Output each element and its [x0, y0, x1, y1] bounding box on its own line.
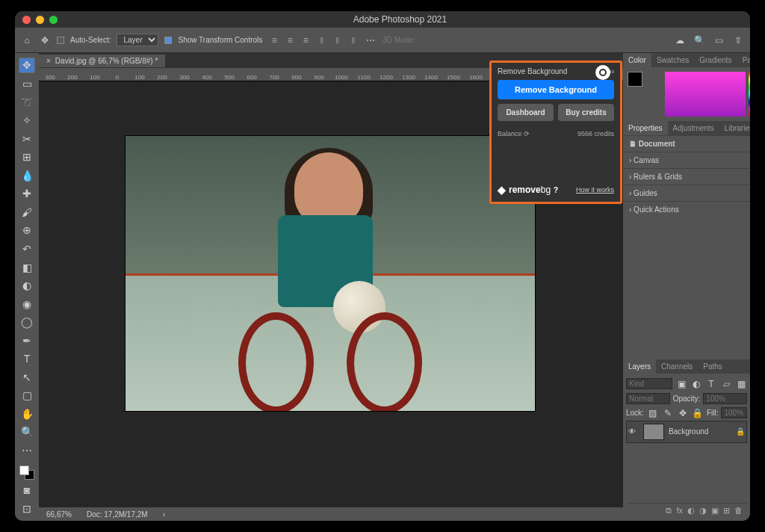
refresh-icon[interactable]: ⟳	[524, 130, 530, 137]
properties-tab[interactable]: Properties	[623, 121, 668, 135]
search-icon[interactable]: 🔍	[693, 34, 705, 46]
layers-tab[interactable]: Layers	[623, 359, 656, 374]
color-swatch[interactable]	[19, 466, 34, 480]
edit-toolbar[interactable]: ⋯	[19, 443, 35, 459]
color-tab[interactable]: Color	[623, 53, 651, 67]
fill-value[interactable]: 100%	[721, 407, 747, 418]
align-icon[interactable]: ≡	[284, 34, 296, 46]
align-icons[interactable]: ≡ ≡ ≡ ⫴ ⫴ ⫴	[268, 34, 359, 46]
align-icon[interactable]: ⫴	[347, 34, 359, 46]
stamp-tool[interactable]: ⊕	[19, 223, 35, 238]
gradients-tab[interactable]: Gradients	[694, 53, 737, 67]
hue-slider[interactable]	[749, 72, 750, 117]
color-picker[interactable]	[665, 72, 746, 117]
kind-filter[interactable]	[626, 378, 672, 389]
path-tool[interactable]: ↖	[19, 370, 35, 386]
filter-smart-icon[interactable]: ▦	[735, 378, 747, 390]
marquee-tool[interactable]: ▭	[19, 76, 35, 92]
quickmask-tool[interactable]: ◙	[19, 483, 35, 498]
dodge-tool[interactable]: ◯	[19, 315, 35, 330]
type-tool[interactable]: T	[19, 351, 35, 367]
maximize-window-button[interactable]	[49, 16, 58, 24]
wand-tool[interactable]: ✧	[19, 113, 35, 129]
align-icon[interactable]: ⫴	[331, 34, 343, 46]
eyedropper-tool[interactable]: 💧	[19, 168, 35, 184]
document-canvas[interactable]	[125, 135, 536, 412]
filter-adj-icon[interactable]: ◐	[690, 378, 702, 390]
more-icon[interactable]: ⋯	[365, 34, 377, 46]
close-tab-icon[interactable]: ×	[46, 57, 51, 65]
new-layer-icon[interactable]: ⊞	[723, 506, 730, 516]
auto-select-dropdown[interactable]: Layer	[117, 34, 158, 46]
lock-trans-icon[interactable]: ▨	[647, 407, 659, 419]
filter-image-icon[interactable]: ▣	[675, 378, 687, 390]
zoom-level[interactable]: 66,67%	[46, 510, 72, 519]
share-icon[interactable]: ⇧	[732, 34, 744, 46]
guides-section[interactable]: › Guides	[623, 185, 750, 201]
status-chevron-icon[interactable]: ›	[163, 510, 165, 519]
layer-row-background[interactable]: 👁 Background 🔒	[626, 421, 747, 443]
home-icon[interactable]: ⌂	[21, 34, 33, 46]
align-icon[interactable]: ≡	[300, 34, 312, 46]
plugin-dock-icon[interactable]	[595, 65, 610, 80]
shape-tool[interactable]: ▢	[19, 388, 35, 403]
lasso-tool[interactable]: ➰	[19, 94, 35, 110]
workspace-icon[interactable]: ▭	[713, 34, 725, 46]
quickactions-section[interactable]: › Quick Actions	[623, 201, 750, 217]
zoom-tool[interactable]: 🔍	[19, 424, 35, 440]
adjust-icon[interactable]: ◑	[699, 506, 707, 516]
close-window-button[interactable]	[22, 16, 31, 24]
fx-icon[interactable]: fx	[676, 506, 683, 516]
blur-tool[interactable]: ◉	[19, 296, 35, 312]
buy-credits-button[interactable]: Buy credits	[558, 104, 614, 121]
history-brush-tool[interactable]: ↶	[19, 241, 35, 257]
hand-tool[interactable]: ✋	[19, 406, 35, 422]
opacity-label: Opacity:	[673, 395, 701, 403]
lock-icon: 🔒	[736, 427, 745, 436]
foreground-swatch[interactable]	[628, 72, 642, 87]
filter-type-icon[interactable]: T	[705, 378, 717, 390]
dashboard-button[interactable]: Dashboard	[498, 104, 554, 121]
mask-icon[interactable]: ◐	[687, 506, 695, 516]
align-icon[interactable]: ⫴	[315, 34, 327, 46]
group-icon[interactable]: ▣	[711, 506, 719, 516]
remove-background-button[interactable]: Remove Background	[498, 80, 614, 99]
move-tool[interactable]: ✥	[19, 58, 35, 73]
help-icon[interactable]: ?	[554, 186, 558, 194]
lock-pixel-icon[interactable]: ✎	[662, 407, 674, 419]
document-tab[interactable]: × David.jpg @ 66,7% (RGB/8#) *	[39, 55, 165, 67]
blend-mode-select[interactable]: Normal	[626, 393, 670, 404]
rulers-section[interactable]: › Rulers & Grids	[623, 168, 750, 185]
gradient-tool[interactable]: ◐	[19, 278, 35, 294]
brush-tool[interactable]: 🖌	[19, 205, 35, 220]
filter-shape-icon[interactable]: ▱	[720, 378, 732, 390]
canvas-section[interactable]: › Canvas	[623, 152, 750, 168]
lock-label: Lock:	[626, 409, 644, 417]
screenmode-tool[interactable]: ⊡	[19, 501, 35, 517]
removebg-plugin-panel: Remove Background ›› Remove Background D…	[489, 61, 622, 204]
align-icon[interactable]: ≡	[268, 34, 280, 46]
channels-tab[interactable]: Channels	[656, 359, 698, 374]
patterns-tab[interactable]: Patterns	[737, 53, 750, 67]
eraser-tool[interactable]: ◧	[19, 259, 35, 275]
trash-icon[interactable]: 🗑	[734, 506, 743, 516]
lock-all-icon[interactable]: 🔒	[692, 407, 704, 419]
minimize-window-button[interactable]	[36, 16, 44, 24]
cloud-icon[interactable]: ☁	[674, 34, 686, 46]
heal-tool[interactable]: ✚	[19, 186, 35, 202]
show-transform-checkbox[interactable]	[164, 37, 172, 44]
adjustments-tab[interactable]: Adjustments	[668, 121, 719, 135]
paths-tab[interactable]: Paths	[698, 359, 728, 374]
frame-tool[interactable]: ⊞	[19, 149, 35, 165]
pen-tool[interactable]: ✒	[19, 332, 35, 348]
visibility-icon[interactable]: 👁	[628, 427, 639, 436]
how-it-works-link[interactable]: How it works	[576, 186, 614, 194]
auto-select-checkbox[interactable]	[57, 37, 64, 44]
status-bar: 66,67% Doc: 17,2M/17,2M ›	[39, 507, 623, 521]
opacity-value[interactable]: 100%	[703, 393, 747, 404]
libraries-tab[interactable]: Libraries	[719, 121, 750, 135]
swatches-tab[interactable]: Swatches	[651, 53, 694, 67]
crop-tool[interactable]: ✂	[19, 131, 35, 146]
link-icon[interactable]: ⧉	[666, 506, 672, 516]
lock-pos-icon[interactable]: ✥	[677, 407, 689, 419]
